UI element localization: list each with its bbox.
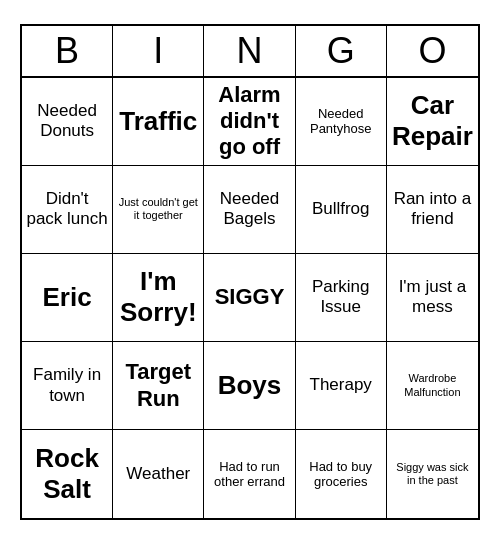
header-letter-O: O — [387, 26, 478, 76]
bingo-cell-22: Had to run other errand — [204, 430, 295, 518]
bingo-cell-5: Didn't pack lunch — [22, 166, 113, 254]
bingo-cell-14: I'm just a mess — [387, 254, 478, 342]
bingo-cell-0: Needed Donuts — [22, 78, 113, 166]
bingo-cell-17: Boys — [204, 342, 295, 430]
cell-text-23: Had to buy groceries — [300, 459, 382, 490]
bingo-cell-15: Family in town — [22, 342, 113, 430]
header-letter-I: I — [113, 26, 204, 76]
cell-text-24: Siggy was sick in the past — [391, 461, 474, 487]
bingo-cell-19: Wardrobe Malfunction — [387, 342, 478, 430]
cell-text-10: Eric — [43, 282, 92, 313]
bingo-cell-11: I'm Sorry! — [113, 254, 204, 342]
cell-text-12: SIGGY — [215, 284, 285, 310]
cell-text-3: Needed Pantyhose — [300, 106, 382, 137]
cell-text-19: Wardrobe Malfunction — [391, 372, 474, 398]
bingo-card: BINGO Needed DonutsTrafficAlarm didn't g… — [20, 24, 480, 521]
cell-text-7: Needed Bagels — [208, 189, 290, 230]
bingo-cell-1: Traffic — [113, 78, 204, 166]
header-letter-B: B — [22, 26, 113, 76]
bingo-cell-16: Target Run — [113, 342, 204, 430]
cell-text-14: I'm just a mess — [391, 277, 474, 318]
bingo-cell-21: Weather — [113, 430, 204, 518]
cell-text-16: Target Run — [117, 359, 199, 412]
bingo-cell-3: Needed Pantyhose — [296, 78, 387, 166]
cell-text-8: Bullfrog — [312, 199, 370, 219]
bingo-cell-4: Car Repair — [387, 78, 478, 166]
header-letter-G: G — [296, 26, 387, 76]
cell-text-11: I'm Sorry! — [117, 266, 199, 328]
cell-text-20: Rock Salt — [26, 443, 108, 505]
bingo-grid: Needed DonutsTrafficAlarm didn't go offN… — [22, 78, 478, 519]
bingo-cell-24: Siggy was sick in the past — [387, 430, 478, 518]
bingo-cell-2: Alarm didn't go off — [204, 78, 295, 166]
bingo-cell-10: Eric — [22, 254, 113, 342]
bingo-cell-8: Bullfrog — [296, 166, 387, 254]
bingo-cell-20: Rock Salt — [22, 430, 113, 518]
cell-text-17: Boys — [218, 370, 282, 401]
bingo-header: BINGO — [22, 26, 478, 78]
cell-text-22: Had to run other errand — [208, 459, 290, 490]
bingo-cell-12: SIGGY — [204, 254, 295, 342]
cell-text-15: Family in town — [26, 365, 108, 406]
cell-text-4: Car Repair — [391, 90, 474, 152]
cell-text-1: Traffic — [119, 106, 197, 137]
bingo-cell-23: Had to buy groceries — [296, 430, 387, 518]
cell-text-18: Therapy — [310, 375, 372, 395]
header-letter-N: N — [204, 26, 295, 76]
cell-text-2: Alarm didn't go off — [208, 82, 290, 161]
cell-text-0: Needed Donuts — [26, 101, 108, 142]
bingo-cell-18: Therapy — [296, 342, 387, 430]
cell-text-21: Weather — [126, 464, 190, 484]
cell-text-13: Parking Issue — [300, 277, 382, 318]
cell-text-6: Just couldn't get it together — [117, 196, 199, 222]
bingo-cell-6: Just couldn't get it together — [113, 166, 204, 254]
bingo-cell-7: Needed Bagels — [204, 166, 295, 254]
cell-text-5: Didn't pack lunch — [26, 189, 108, 230]
cell-text-9: Ran into a friend — [391, 189, 474, 230]
bingo-cell-13: Parking Issue — [296, 254, 387, 342]
bingo-cell-9: Ran into a friend — [387, 166, 478, 254]
